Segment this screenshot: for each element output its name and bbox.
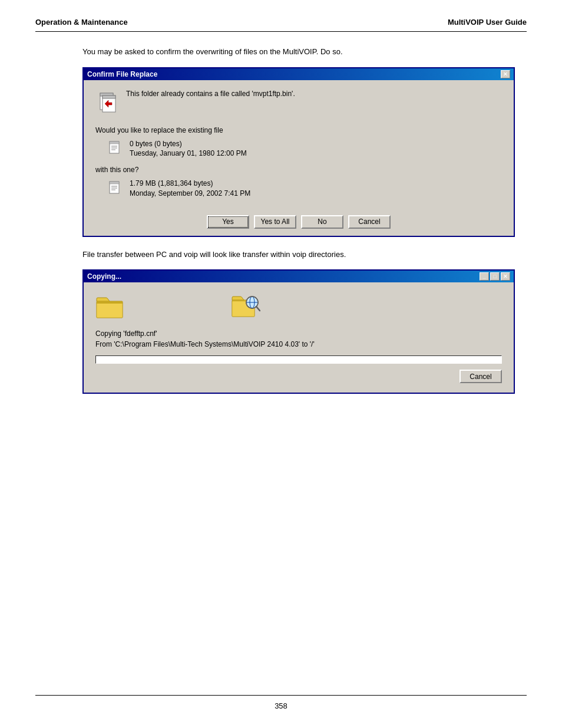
svg-rect-3 [103, 95, 115, 98]
titlebar-buttons: ✕ [501, 70, 510, 78]
with-label: with this one? [95, 166, 502, 174]
confirm-file-replace-dialog: Confirm File Replace ✕ [82, 67, 515, 237]
file-info-2: 1.79 MB (1,881,364 bytes) Monday, Septem… [130, 179, 250, 199]
file-icon-1 [107, 140, 124, 157]
svg-rect-16 [97, 301, 123, 304]
svg-line-23 [256, 307, 260, 311]
confirm-dialog-title: Confirm File Replace [87, 70, 157, 78]
page: Operation & Maintenance MultiVOIP User G… [0, 0, 562, 728]
yes-button[interactable]: Yes [207, 215, 249, 229]
body-text-1: You may be asked to confirm the overwrit… [82, 46, 515, 58]
copying-dialog-titlebar: Copying... _ □ ✕ [84, 271, 514, 282]
file2-line1: 1.79 MB (1,881,364 bytes) [130, 179, 250, 189]
svg-rect-5 [110, 141, 119, 144]
close-button-copy[interactable]: ✕ [501, 272, 510, 281]
maximize-button[interactable]: □ [490, 272, 500, 281]
file-icon-2 [107, 180, 124, 197]
file-replace-icon [95, 90, 119, 113]
copying-button-row: Cancel [95, 370, 502, 383]
copying-line2: From 'C:\Program Files\Multi-Tech System… [95, 339, 502, 350]
confirm-message-2: Would you like to replace the existing f… [95, 126, 502, 134]
file1-line2: Tuesday, January 01, 1980 12:00 PM [130, 149, 247, 159]
confirm-top-section: This folder already contains a file call… [95, 90, 502, 113]
copying-dialog-title: Copying... [87, 272, 121, 281]
confirm-file-replace-container: Confirm File Replace ✕ [82, 67, 515, 237]
close-button[interactable]: ✕ [501, 70, 510, 78]
header-right: MultiVOIP User Guide [448, 18, 527, 27]
copying-container: Copying... _ □ ✕ [82, 269, 515, 394]
body-text-2: File transfer between PC and voip will l… [82, 249, 515, 261]
copying-info: Copying 'fdefftp.cnf' From 'C:\Program F… [95, 328, 502, 350]
confirm-message-1: This folder already contains a file call… [126, 90, 295, 98]
header-left: Operation & Maintenance [35, 18, 128, 27]
file2-line2: Monday, September 09, 2002 7:41 PM [130, 189, 250, 199]
copying-icons-row [95, 294, 502, 319]
page-number: 358 [275, 701, 287, 710]
page-footer: 358 [35, 695, 527, 710]
yes-to-all-button[interactable]: Yes to All [254, 215, 296, 229]
file1-line1: 0 bytes (0 bytes) [130, 139, 247, 149]
no-button[interactable]: No [301, 215, 343, 229]
file-entry-1: 0 bytes (0 bytes) Tuesday, January 01, 1… [107, 139, 502, 159]
file-entry-2: 1.79 MB (1,881,364 bytes) Monday, Septem… [107, 179, 502, 199]
confirm-dialog-buttons: Yes Yes to All No Cancel [95, 210, 502, 229]
file-info-1: 0 bytes (0 bytes) Tuesday, January 01, 1… [130, 139, 247, 159]
confirm-message-text: This folder already contains a file call… [126, 90, 295, 100]
copying-body: Copying 'fdefftp.cnf' From 'C:\Program F… [84, 282, 514, 393]
minimize-button[interactable]: _ [480, 272, 489, 281]
svg-rect-15 [97, 302, 123, 318]
confirm-dialog-titlebar: Confirm File Replace ✕ [84, 68, 514, 80]
copying-titlebar-buttons: _ □ ✕ [480, 272, 510, 281]
cancel-button-confirm[interactable]: Cancel [348, 215, 391, 229]
source-folder-icon [95, 294, 125, 319]
page-header: Operation & Maintenance MultiVOIP User G… [35, 18, 527, 32]
copying-dialog: Copying... _ □ ✕ [82, 269, 515, 394]
cancel-button-copy[interactable]: Cancel [459, 370, 502, 383]
copying-line1: Copying 'fdefftp.cnf' [95, 328, 502, 339]
svg-rect-10 [110, 182, 119, 184]
destination-icon [231, 294, 260, 319]
progress-bar-container [95, 355, 502, 364]
confirm-dialog-body: This folder already contains a file call… [84, 80, 514, 236]
